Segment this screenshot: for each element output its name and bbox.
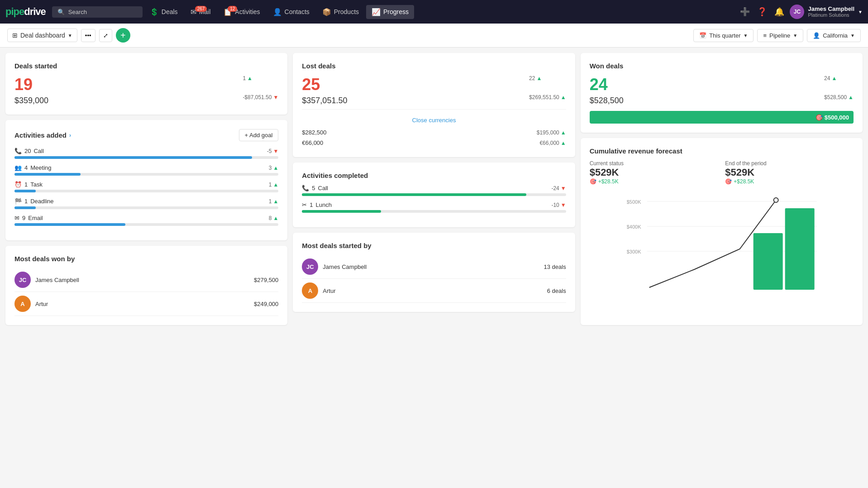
svg-rect-6 [753,233,782,290]
progress-icon: 📈 [372,8,381,16]
completed-call-label: Call [318,185,328,191]
started-value-2: 6 deals [547,287,566,294]
nav-item-contacts[interactable]: 👤 Contacts [267,5,315,19]
usd-value: $282,500 [302,129,326,136]
deals-icon: 💲 [150,8,159,16]
nav-item-deals[interactable]: 💲 Deals [144,5,183,19]
nav-item-products[interactable]: 📦 Products [317,5,364,19]
lost-amount-change: $269,551.50 [529,94,559,100]
won-amount-arrow: ▲ [848,94,854,100]
activities-added-arrow-icon: › [69,132,71,139]
lost-amount-arrow: ▲ [561,94,566,100]
won-avatar-2: A [14,296,31,312]
forecast-current-goal: 🎯 +$28.5K [590,178,718,185]
completed-lunch-count: 1 [310,201,313,208]
call-label: Call [33,148,43,154]
lost-count-arrow: ▲ [536,75,542,81]
lost-deals-amount: $357,051.50 [302,96,347,105]
pipeline-label: Pipeline [769,32,790,39]
nav-item-activities[interactable]: 📋 Activities 12 [218,5,265,19]
toolbar-left: ⊞ Deal dashboard ▼ ••• ⤢ + [7,28,690,43]
activities-completed-card: Activities completed 📞 5 Call -24 ▼ [293,163,575,227]
top-navigation: pipedrive 🔍 Search 💲 Deals ✉ Mail 267 📋 … [0,0,868,24]
deals-started-count: 19 [14,75,48,94]
dashboard-label: Deal dashboard [20,32,65,39]
deals-started-title: Deals started [14,62,278,70]
goal-icon-1: 🎯 [590,178,596,185]
avatar: JC [790,5,804,19]
svg-text:$500K: $500K [626,199,641,205]
started-avatar-1: JC [302,258,318,275]
pipeline-filter[interactable]: ≡ Pipeline ▼ [757,29,803,42]
user-name: James Campbell [808,5,854,13]
most-deals-started-card: Most deals started by JC James Campbell … [293,233,575,312]
grid-icon: ⊞ [12,32,18,39]
region-label: California [823,32,848,39]
user-details: James Campbell Platinum Solutions [808,5,854,19]
nav-label-progress: Progress [383,8,409,15]
completed-lunch-icon: ✂ [302,201,307,208]
meeting-change: 3 [269,165,272,171]
add-nav-icon[interactable]: ➕ [738,5,752,19]
won-goal-value: $500,000 [825,114,849,121]
call-change: -5 [267,148,272,154]
activity-deadline: 🏁 1 Deadline 1 ▲ [14,198,278,209]
completed-lunch: ✂ 1 Lunch -10 ▼ [302,201,566,213]
expand-button[interactable]: ⤢ [99,29,112,42]
activities-completed-title: Activities completed [302,172,566,179]
forecast-period-label: End of the period [725,160,854,167]
toolbar-filters: 📅 This quarter ▼ ≡ Pipeline ▼ 👤 Californ… [693,29,861,42]
activity-email: ✉ 9 Email 8 ▲ [14,215,278,226]
deadline-change: 1 [269,198,272,205]
search-bar[interactable]: 🔍 Search [52,6,143,18]
goal-icon-2: 🎯 [725,178,732,185]
nav-label-products: Products [334,8,359,15]
search-label: Search [68,9,87,15]
notifications-icon[interactable]: 🔔 [773,5,786,19]
call-arrow: ▼ [273,148,278,154]
help-icon[interactable]: ❓ [755,5,769,19]
call-icon: 📞 [14,148,22,154]
won-name-1: James Campbell [35,277,79,283]
email-label: Email [28,215,43,221]
add-goal-button[interactable]: + Add goal [239,129,279,141]
logo[interactable]: pipedrive [5,6,46,18]
period-label: This quarter [709,32,740,39]
completed-call-change: -24 [551,185,559,191]
region-chevron-icon: ▼ [850,33,855,38]
won-progress-bar-container: 🎯 $500,000 [590,111,854,124]
deals-started-count-change: 1 [243,75,246,81]
search-icon: 🔍 [57,9,65,15]
eur-arrow: ▲ [561,140,566,146]
nav-label-contacts: Contacts [285,8,310,15]
period-filter[interactable]: 📅 This quarter ▼ [693,29,754,42]
won-goal-label: 🎯 $500,000 [816,114,849,121]
cumulative-forecast-title: Cumulative revenue forecast [590,147,854,155]
nav-item-progress[interactable]: 📈 Progress [366,5,414,19]
more-button[interactable]: ••• [81,29,95,42]
won-deals-card: Won deals 24 $528,500 24 ▲ $528,500 ▲ [581,53,863,133]
forecast-current: Current status $529K 🎯 +$28.5K [590,160,718,185]
completed-call-count: 5 [312,185,315,191]
email-count: 9 [22,215,25,221]
most-deals-won-card: Most deals won by JC James Campbell $279… [5,246,287,325]
nav-item-mail[interactable]: ✉ Mail 267 [185,5,216,19]
task-icon: ⏰ [14,181,22,188]
won-value-2: $249,000 [254,301,278,307]
region-filter[interactable]: 👤 California ▼ [807,29,861,42]
lost-deals-title: Lost deals [302,62,566,70]
completed-lunch-label: Lunch [316,201,332,208]
most-deals-started-title: Most deals started by [302,242,566,249]
close-currencies-btn[interactable]: Close currencies [302,113,566,127]
dashboard-selector[interactable]: ⊞ Deal dashboard ▼ [7,29,77,42]
mail-badge: 267 [195,6,207,12]
forecast-period-goal: 🎯 +$28.5K [725,178,854,185]
meeting-label: Meeting [30,164,51,171]
add-button[interactable]: + [116,28,130,43]
user-sub: Platinum Solutions [808,12,854,18]
contacts-icon: 👤 [273,8,282,16]
meeting-count: 4 [24,164,28,171]
completed-call-arrow: ▼ [561,185,566,191]
user-chevron-icon: ▼ [858,10,863,14]
user-menu[interactable]: JC James Campbell Platinum Solutions ▼ [790,5,863,19]
